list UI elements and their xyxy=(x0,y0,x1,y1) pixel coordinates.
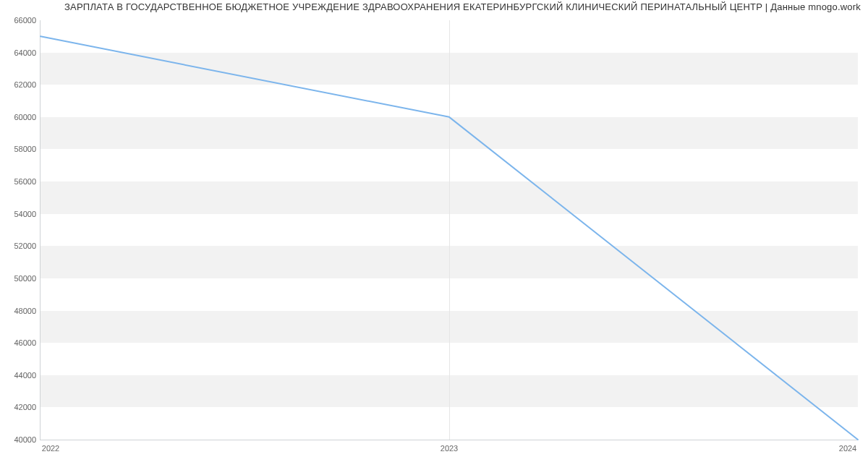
y-tick-label: 44000 xyxy=(14,371,36,380)
y-tick-label: 40000 xyxy=(14,435,36,444)
y-tick-label: 54000 xyxy=(14,210,36,218)
y-tick-label: 56000 xyxy=(14,177,36,186)
y-tick-label: 60000 xyxy=(14,113,36,121)
y-tick-label: 48000 xyxy=(14,307,36,315)
y-tick-label: 58000 xyxy=(14,145,36,153)
y-tick-label: 66000 xyxy=(14,16,36,25)
y-tick-label: 50000 xyxy=(14,274,36,283)
chart-svg xyxy=(41,20,858,440)
y-tick-label: 62000 xyxy=(14,80,36,89)
y-tick-label: 64000 xyxy=(14,48,36,57)
x-tick-label: 2023 xyxy=(441,444,458,453)
plot-area: 4000042000440004600048000500005200054000… xyxy=(40,20,858,440)
y-tick-label: 52000 xyxy=(14,242,36,250)
series-line xyxy=(41,36,858,440)
y-tick-label: 42000 xyxy=(14,403,36,411)
x-tick-label: 2024 xyxy=(839,444,856,453)
chart-title: ЗАРПЛАТА В ГОСУДАРСТВЕННОЕ БЮДЖЕТНОЕ УЧР… xyxy=(0,1,868,12)
x-tick-label: 2022 xyxy=(42,444,59,453)
y-tick-label: 46000 xyxy=(14,338,36,347)
